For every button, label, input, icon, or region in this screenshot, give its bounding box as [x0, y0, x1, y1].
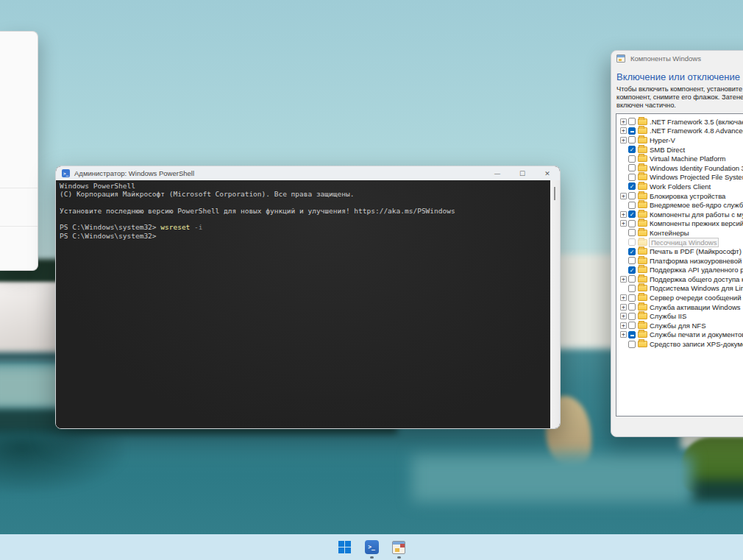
- tree-item[interactable]: +Поддержка общего доступа к файлам SMB 1…: [616, 274, 743, 284]
- windows-features-dialog[interactable]: Компоненты Windows Включение или отключе…: [611, 50, 743, 437]
- tree-item[interactable]: ✓Поддержка API удаленного разностного сж…: [616, 266, 743, 275]
- expand-icon[interactable]: +: [620, 211, 627, 218]
- features-tree-list[interactable]: +.NET Framework 3.5 (включает .NET 2.0 и…: [616, 113, 743, 417]
- folder-icon: [638, 239, 647, 246]
- checkbox[interactable]: [628, 202, 636, 209]
- expand-icon[interactable]: +: [620, 193, 627, 199]
- checkbox[interactable]: [628, 229, 636, 236]
- tree-item[interactable]: +.NET Framework 4.8 Advanced Services: [616, 127, 743, 136]
- tree-item[interactable]: Средство записи XPS-документов: [616, 339, 743, 349]
- console-line: (C) Корпорация Майкрософт (Microsoft Cor…: [60, 190, 550, 198]
- console-line: Установите последнюю версию PowerShell д…: [60, 207, 550, 215]
- folder-icon: [638, 322, 647, 329]
- expand-icon[interactable]: +: [620, 118, 627, 125]
- expand-icon[interactable]: +: [620, 127, 627, 134]
- checkbox[interactable]: [628, 331, 636, 339]
- powershell-icon: >_: [62, 169, 70, 177]
- checkbox[interactable]: ✓: [628, 266, 636, 274]
- checkbox[interactable]: [628, 174, 636, 181]
- checkbox[interactable]: [628, 192, 636, 199]
- maximize-button[interactable]: ☐: [510, 166, 535, 180]
- description-line: компонент, снимите его флажок. Затененны…: [616, 93, 743, 102]
- console-line: [60, 215, 550, 223]
- checkbox[interactable]: [628, 118, 636, 125]
- folder-icon: [638, 137, 647, 143]
- tree-item[interactable]: Контейнеры: [616, 228, 743, 238]
- wallpaper-tree-reflection: [0, 428, 125, 493]
- powershell-window[interactable]: >_ Администратор: Windows PowerShell — ☐…: [55, 166, 561, 429]
- start-button[interactable]: [335, 536, 354, 559]
- tree-item-label: Поддержка общего доступа к файлам SMB 1.…: [650, 275, 743, 283]
- checkbox[interactable]: [628, 285, 636, 292]
- powershell-titlebar[interactable]: >_ Администратор: Windows PowerShell — ☐…: [56, 166, 560, 180]
- tree-item[interactable]: +Службы IIS: [616, 311, 743, 321]
- expand-icon[interactable]: +: [620, 220, 627, 227]
- taskbar-powershell-button[interactable]: >_: [362, 536, 381, 559]
- folder-icon: [638, 174, 647, 180]
- tree-item-label: Служба активации Windows: [650, 303, 741, 311]
- tree-item[interactable]: +.NET Framework 3.5 (включает .NET 2.0 и…: [616, 117, 743, 127]
- checkbox[interactable]: [628, 155, 636, 163]
- checkbox[interactable]: [628, 257, 636, 264]
- checkbox[interactable]: ✓: [628, 182, 636, 190]
- checkbox[interactable]: [628, 341, 636, 348]
- folder-icon: [638, 193, 647, 199]
- expand-icon[interactable]: +: [620, 137, 627, 143]
- tree-item[interactable]: +Службы для NFS: [616, 321, 743, 330]
- checkbox[interactable]: [628, 136, 636, 143]
- expand-icon[interactable]: +: [620, 313, 627, 319]
- tree-item[interactable]: Песочница Windows: [616, 238, 743, 247]
- expand-icon[interactable]: +: [620, 331, 627, 338]
- tree-item-label: Сервер очереди сообщений Майкрософт (MSM…: [650, 294, 743, 302]
- tree-item[interactable]: +✓Компоненты для работы с мультимедиа: [616, 210, 743, 219]
- tree-item[interactable]: ✓Печать в PDF (Майкрософт): [616, 247, 743, 256]
- console-output[interactable]: Windows PowerShell(C) Корпорация Майкрос…: [56, 180, 550, 428]
- checkbox[interactable]: [628, 275, 636, 283]
- tree-item[interactable]: +Службы печати и документов: [616, 330, 743, 340]
- tree-item[interactable]: +Hyper-V: [616, 135, 743, 145]
- checkbox[interactable]: [628, 127, 636, 135]
- checkbox[interactable]: [628, 294, 636, 302]
- folder-icon: [638, 211, 647, 218]
- taskbar-windows-features-button[interactable]: [389, 536, 408, 559]
- tree-item[interactable]: Внедряемое веб-ядро служб IIS: [616, 200, 743, 210]
- tree-item[interactable]: +Компоненты прежних версий: [616, 219, 743, 229]
- checkbox[interactable]: ✓: [628, 248, 636, 255]
- checkbox[interactable]: ✓: [628, 210, 636, 218]
- checkbox[interactable]: ✓: [628, 146, 636, 153]
- expand-icon[interactable]: +: [620, 304, 627, 311]
- checkbox[interactable]: [628, 313, 636, 320]
- tree-item[interactable]: Платформа низкоуровневой оболочки Window…: [616, 256, 743, 266]
- checkbox[interactable]: [628, 322, 636, 329]
- checkbox[interactable]: [628, 220, 636, 227]
- folder-icon: [638, 202, 647, 208]
- checkbox[interactable]: [628, 303, 636, 311]
- partial-window-left[interactable]: [0, 31, 38, 271]
- tree-item-label: Компоненты прежних версий: [650, 219, 743, 227]
- tree-item[interactable]: Virtual Machine Platform: [616, 154, 743, 163]
- expand-icon[interactable]: +: [620, 294, 627, 301]
- console-scrollbar[interactable]: [550, 180, 560, 428]
- tree-item[interactable]: Windows Projected File System: [616, 173, 743, 182]
- tree-item[interactable]: +Служба активации Windows: [616, 302, 743, 312]
- tree-item[interactable]: Windows Identity Foundation 3.5: [616, 163, 743, 173]
- folder-icon: [638, 276, 647, 283]
- windows-logo-icon: [338, 541, 351, 553]
- prompt-line: PS C:\Windows\system32> wsreset -i: [60, 223, 550, 231]
- tree-item[interactable]: ✓Work Folders Client: [616, 182, 743, 191]
- command-arg: -i: [194, 223, 202, 231]
- tree-item[interactable]: +Сервер очереди сообщений Майкрософт (MS…: [616, 293, 743, 302]
- minimize-button[interactable]: —: [485, 166, 510, 180]
- tree-item[interactable]: +Блокировка устройства: [616, 191, 743, 201]
- close-button[interactable]: ✕: [535, 166, 560, 180]
- expand-icon[interactable]: +: [620, 322, 627, 329]
- checkbox[interactable]: [628, 164, 636, 171]
- tree-item[interactable]: ✓SMB Direct: [616, 145, 743, 155]
- tree-item-label: Службы IIS: [650, 312, 686, 320]
- tree-item[interactable]: Подсистема Windows для Linux: [616, 284, 743, 294]
- scrollbar-thumb[interactable]: [554, 187, 555, 200]
- folder-icon: [638, 294, 647, 301]
- checkbox[interactable]: [628, 238, 636, 246]
- features-dialog-titlebar[interactable]: Компоненты Windows: [611, 51, 743, 65]
- expand-icon[interactable]: +: [620, 276, 627, 283]
